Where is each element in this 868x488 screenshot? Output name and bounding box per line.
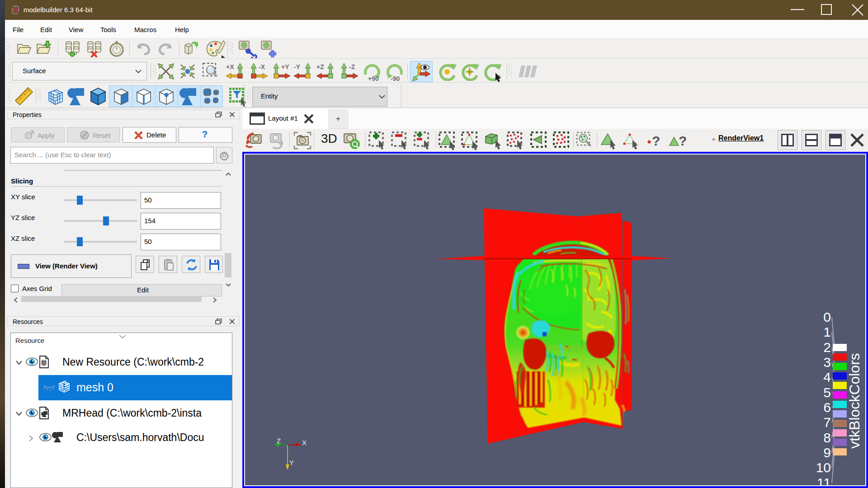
svg-text:7: 7 <box>823 415 831 430</box>
svg-text:1: 1 <box>823 324 831 339</box>
svg-text:+90: +90 <box>368 75 379 82</box>
svg-text:10: 10 <box>816 460 831 475</box>
svg-text:-X: -X <box>259 63 265 70</box>
svg-text:+Y: +Y <box>281 63 289 70</box>
svg-text:0: 0 <box>823 310 831 324</box>
svg-text:9: 9 <box>823 445 831 460</box>
svg-text:11: 11 <box>817 475 831 487</box>
svg-text:?: ? <box>652 133 660 148</box>
svg-text:-Y: -Y <box>294 63 301 70</box>
svg-text:Y: Y <box>289 459 294 466</box>
svg-text:+Z: +Z <box>316 63 324 70</box>
svg-text:8: 8 <box>823 430 831 445</box>
svg-text:3: 3 <box>823 355 831 370</box>
svg-text:?: ? <box>679 133 687 148</box>
svg-text:4: 4 <box>823 370 831 385</box>
svg-text:Z: Z <box>277 437 281 445</box>
svg-text:-90: -90 <box>391 75 400 82</box>
svg-text:+X: +X <box>226 63 234 70</box>
svg-text:6: 6 <box>823 400 831 415</box>
svg-text:vtkBlockColors: vtkBlockColors <box>846 353 863 449</box>
svg-text:5: 5 <box>823 385 831 400</box>
svg-text:2: 2 <box>823 340 831 355</box>
svg-text:-Z: -Z <box>349 63 355 70</box>
svg-text:X: X <box>302 439 307 446</box>
